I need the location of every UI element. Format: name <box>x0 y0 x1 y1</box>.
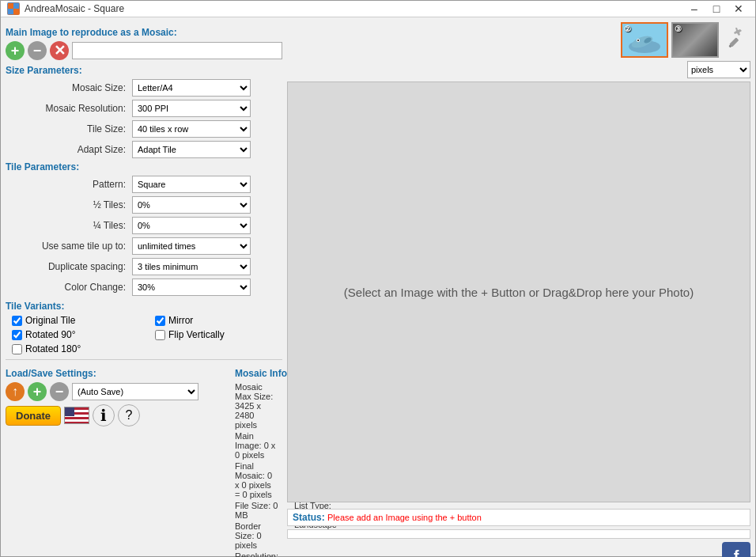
adapt-size-select[interactable]: Adapt TileAdapt Mosaic <box>132 141 251 158</box>
pixels-row: pixelsinchescmmm <box>287 61 750 78</box>
clear-image-button[interactable]: ✕ <box>50 41 69 60</box>
quarter-tiles-label: ¼ Tiles: <box>6 220 132 231</box>
half-tiles-row: ½ Tiles: 0%10%20%30%50% <box>6 196 282 214</box>
thumbnail-container: ② <box>621 22 719 58</box>
color-change-select[interactable]: 0%10%20%30%50%100% <box>132 278 251 296</box>
titlebar-left: AndreaMosaic - Square <box>7 2 124 15</box>
tile-params-header: Tile Parameters: <box>6 161 282 172</box>
svg-rect-2 <box>8 9 13 14</box>
flip-vertically-row: Flip Vertically <box>155 329 282 340</box>
autosave-select[interactable]: (Auto Save)Custom 1Custom 2 <box>72 383 198 400</box>
app-title: AndreaMosaic - Square <box>25 3 124 14</box>
svg-rect-11 <box>729 37 739 47</box>
quarter-tiles-select[interactable]: 0%10%20%30%50% <box>132 217 251 234</box>
facebook-icon: f <box>734 548 739 558</box>
mosaic-resolution-select[interactable]: 72 PPI96 PPI150 PPI200 PPI300 PPI600 PPI <box>132 100 251 117</box>
main-window: AndreaMosaic - Square – □ ✕ Main Image t… <box>0 0 756 557</box>
mirror-checkbox[interactable] <box>155 316 165 326</box>
tools-icon[interactable] <box>722 22 750 51</box>
canvas-area[interactable]: (Select an Image with the + Button or Dr… <box>287 81 750 502</box>
load-button[interactable]: ↑ <box>6 382 25 401</box>
flip-vertically-checkbox[interactable] <box>155 330 165 340</box>
add-image-button[interactable]: + <box>6 41 25 60</box>
canvas-hint: (Select an Image with the + Button or Dr… <box>328 270 709 315</box>
rotated-90-label: Rotated 90° <box>25 329 76 340</box>
flip-vertically-label: Flip Vertically <box>168 329 225 340</box>
left-panel: Main Image to reproduce as a Mosaic: + −… <box>6 22 282 557</box>
save-add-button[interactable]: + <box>28 382 47 401</box>
adapt-size-label: Adapt Size: <box>6 144 132 155</box>
help-button[interactable]: ? <box>118 404 140 426</box>
mirror-label: Mirror <box>168 315 193 326</box>
load-save-section: Load/Save Settings: ↑ + − (Auto Save)Cus… <box>6 363 227 557</box>
flag-icon[interactable] <box>64 407 89 424</box>
donate-toolbar: Donate ℹ ? <box>6 404 227 426</box>
maximize-button[interactable]: □ <box>706 1 727 17</box>
svg-rect-0 <box>8 3 13 9</box>
quarter-tiles-row: ¼ Tiles: 0%10%20%30%50% <box>6 217 282 234</box>
mosaic-size-label: Mosaic Size: <box>6 82 132 93</box>
donate-button[interactable]: Donate <box>6 406 61 426</box>
rotated-180-row: Rotated 180° <box>12 343 139 354</box>
half-tiles-select[interactable]: 0%10%20%30%50% <box>132 196 251 214</box>
tile-variants-header: Tile Variants: <box>6 301 282 312</box>
tile-size-select[interactable]: 20 tiles x row30 tiles x row40 tiles x r… <box>132 120 251 138</box>
remove-image-button[interactable]: − <box>28 41 47 60</box>
save-remove-button[interactable]: − <box>50 382 69 401</box>
tile-size-row: Tile Size: 20 tiles x row30 tiles x row4… <box>6 120 282 138</box>
main-image-info: Main Image: 0 x 0 pixels <box>235 431 278 460</box>
tile-size-label: Tile Size: <box>6 123 132 135</box>
rotated-180-checkbox[interactable] <box>12 344 22 354</box>
close-button[interactable]: ✕ <box>728 1 749 17</box>
progress-bar <box>287 529 750 539</box>
duplicate-spacing-label: Duplicate spacing: <box>6 261 132 272</box>
color-change-label: Color Change: <box>6 282 132 293</box>
adapt-size-row: Adapt Size: Adapt TileAdapt Mosaic <box>6 141 282 158</box>
border-size-info: Border Size: 0 pixels <box>235 521 278 550</box>
file-size-info: File Size: 0 MB <box>235 501 278 520</box>
half-tiles-label: ½ Tiles: <box>6 199 132 210</box>
same-tile-row: Use same tile up to: 1 time2 times3 time… <box>6 237 282 255</box>
duplicate-spacing-select[interactable]: 1 tile minimum2 tiles minimum3 tiles min… <box>132 258 251 275</box>
same-tile-label: Use same tile up to: <box>6 241 132 252</box>
info-col-left: Mosaic Max Size: 3425 x 2480 pixels Main… <box>235 382 278 557</box>
pattern-select[interactable]: SquareHexagonalDiamond <box>132 176 251 193</box>
thumbnail-2[interactable]: ③ <box>671 22 719 58</box>
original-tile-checkbox[interactable] <box>12 316 22 326</box>
tile-variants-grid: Original Tile Mirror Rotated 90° Flip Ve… <box>12 315 282 356</box>
mirror-row: Mirror <box>155 315 282 326</box>
bottom-section: Load/Save Settings: ↑ + − (Auto Save)Cus… <box>6 363 282 557</box>
original-tile-row: Original Tile <box>12 315 139 326</box>
rotated-90-checkbox[interactable] <box>12 330 22 340</box>
top-right-row: ② <box>287 22 750 58</box>
fb-row: f <box>287 542 750 557</box>
image-path-input[interactable] <box>72 42 282 59</box>
svg-point-9 <box>637 40 639 41</box>
size-params-header: Size Parameters: <box>6 65 282 76</box>
rotated-90-row: Rotated 90° <box>12 329 139 340</box>
info-button[interactable]: ℹ <box>93 404 115 426</box>
image-toolbar: + − ✕ <box>6 41 282 60</box>
resolution-info: Resolution: 300 PPI <box>235 551 278 557</box>
right-panel: ② <box>287 22 750 557</box>
mosaic-size-select[interactable]: Letter/A4A3A2A1Custom <box>132 79 251 97</box>
mosaic-size-row: Mosaic Size: Letter/A4A3A2A1Custom <box>6 79 282 97</box>
pixels-select[interactable]: pixelsinchescmmm <box>687 61 750 78</box>
status-bar: Status: Please add an Image using the + … <box>287 509 750 526</box>
app-icon <box>7 2 20 15</box>
status-label: Status: <box>293 512 325 523</box>
mosaic-resolution-row: Mosaic Resolution: 72 PPI96 PPI150 PPI20… <box>6 100 282 117</box>
rotated-180-label: Rotated 180° <box>25 343 81 354</box>
color-change-row: Color Change: 0%10%20%30%50%100% <box>6 278 282 296</box>
same-tile-select[interactable]: 1 time2 times3 times5 times10 timesunlim… <box>132 237 251 255</box>
thumbnail-1[interactable]: ② <box>621 22 668 58</box>
duplicate-spacing-row: Duplicate spacing: 1 tile minimum2 tiles… <box>6 258 282 275</box>
status-message: Please add an Image using the + button <box>327 513 482 522</box>
titlebar: AndreaMosaic - Square – □ ✕ <box>1 1 755 17</box>
minimize-button[interactable]: – <box>684 1 705 17</box>
main-image-header: Main Image to reproduce as a Mosaic: <box>6 27 282 38</box>
window-controls: – □ ✕ <box>684 1 749 17</box>
facebook-button[interactable]: f <box>722 542 750 557</box>
max-size-info: Mosaic Max Size: 3425 x 2480 pixels <box>235 382 278 430</box>
load-save-toolbar: ↑ + − (Auto Save)Custom 1Custom 2 <box>6 382 227 401</box>
